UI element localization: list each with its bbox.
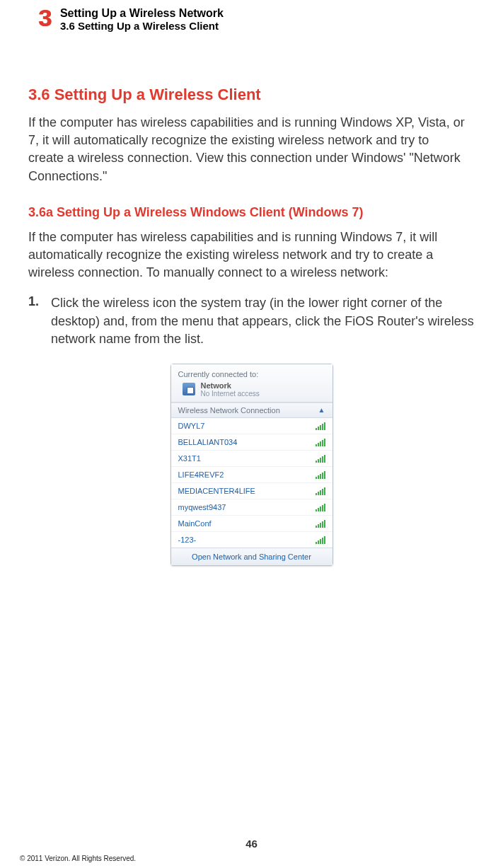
wifi-item[interactable]: X31T1 bbox=[171, 451, 333, 467]
signal-icon bbox=[316, 454, 325, 463]
signal-icon bbox=[316, 503, 325, 511]
wifi-item-label: MEDIACENTER4LIFE bbox=[178, 487, 255, 495]
wifi-item-label: DWYL7 bbox=[178, 422, 205, 430]
wifi-section-text: Wireless Network Connection bbox=[178, 406, 280, 415]
wifi-item[interactable]: MEDIACENTER4LIFE bbox=[171, 483, 333, 499]
wifi-item[interactable]: BELLALIANT034 bbox=[171, 434, 333, 451]
wifi-popup-header: Currently connected to: Network No Inter… bbox=[171, 364, 333, 403]
wifi-item-label: X31T1 bbox=[178, 454, 201, 463]
wifi-item-label: MainConf bbox=[178, 519, 212, 528]
header-title: Setting Up a Wireless Network bbox=[60, 7, 224, 20]
step-item: 1. Click the wireless icon the system tr… bbox=[28, 294, 475, 348]
subsection-heading: 3.6a Setting Up a Wireless Windows Clien… bbox=[28, 205, 475, 220]
subsection-intro: If the computer has wireless capabilitie… bbox=[28, 228, 467, 282]
signal-icon bbox=[316, 470, 325, 479]
section-intro: If the computer has wireless capabilitie… bbox=[28, 114, 467, 185]
wifi-item-label: LIFE4REVF2 bbox=[178, 470, 224, 479]
wifi-networks-popup: Currently connected to: Network No Inter… bbox=[170, 364, 333, 566]
network-icon bbox=[183, 383, 195, 395]
signal-icon bbox=[316, 438, 325, 446]
current-network-status: No Internet access bbox=[201, 390, 260, 398]
header-subtitle: 3.6 Setting Up a Wireless Client bbox=[60, 20, 224, 32]
current-network-name: Network bbox=[201, 381, 260, 390]
chevron-up-icon: ▲ bbox=[318, 406, 325, 414]
wifi-item-label: BELLALIANT034 bbox=[178, 438, 238, 446]
step-text: Click the wireless icon the system tray … bbox=[51, 294, 475, 348]
section-heading: 3.6 Setting Up a Wireless Client bbox=[28, 86, 475, 104]
copyright: © 2011 Verizon. All Rights Reserved. bbox=[20, 855, 136, 862]
content: 3.6 Setting Up a Wireless Client If the … bbox=[0, 32, 503, 566]
page-header: 3 Setting Up a Wireless Network 3.6 Sett… bbox=[0, 0, 503, 32]
wifi-item-label: myqwest9437 bbox=[178, 503, 226, 511]
page-number: 46 bbox=[0, 838, 503, 850]
wifi-item[interactable]: myqwest9437 bbox=[171, 499, 333, 516]
wifi-list: DWYL7 BELLALIANT034 X31T1 LIFE4REVF2 MED… bbox=[171, 418, 333, 548]
step-number: 1. bbox=[28, 294, 41, 348]
wifi-item[interactable]: LIFE4REVF2 bbox=[171, 467, 333, 483]
wifi-item[interactable]: -123- bbox=[171, 532, 333, 548]
header-titles: Setting Up a Wireless Network 3.6 Settin… bbox=[60, 6, 224, 32]
wifi-item[interactable]: DWYL7 bbox=[171, 418, 333, 434]
wifi-section-label[interactable]: Wireless Network Connection ▲ bbox=[171, 403, 333, 418]
chapter-number: 3 bbox=[38, 6, 52, 30]
signal-icon bbox=[316, 536, 325, 544]
current-network-row: Network No Internet access bbox=[178, 378, 325, 398]
connected-label: Currently connected to: bbox=[178, 370, 325, 378]
open-network-center-link[interactable]: Open Network and Sharing Center bbox=[171, 548, 333, 565]
wifi-item-label: -123- bbox=[178, 536, 197, 544]
signal-icon bbox=[316, 422, 325, 430]
wifi-item[interactable]: MainConf bbox=[171, 516, 333, 532]
signal-icon bbox=[316, 487, 325, 495]
signal-icon bbox=[316, 519, 325, 528]
